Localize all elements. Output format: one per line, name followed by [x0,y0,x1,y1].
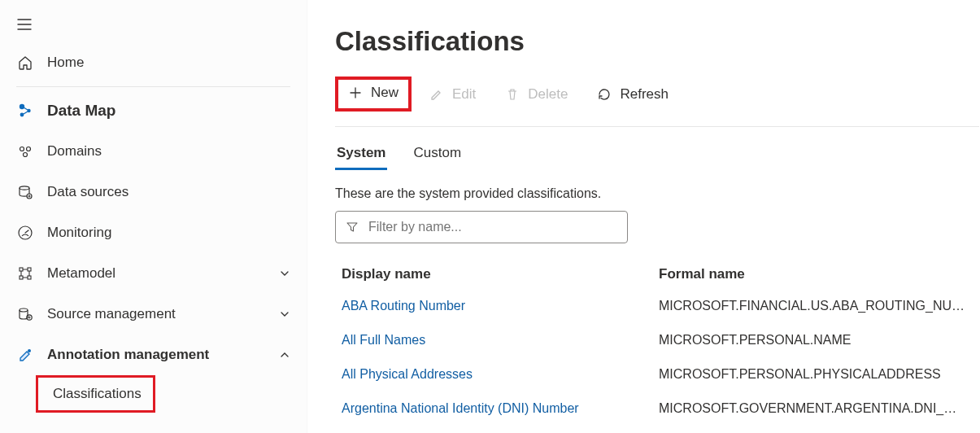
filter-icon [346,221,359,234]
svg-point-0 [20,104,24,109]
row-display-link[interactable]: ABA Routing Number [335,299,659,313]
tabs: System Custom [335,138,980,170]
plus-icon [348,85,363,100]
table-row: ABA Routing Number MICROSOFT.FINANCIAL.U… [335,289,980,323]
row-formal: MICROSOFT.GOVERNMENT.ARGENTINA.DNI_… [659,401,980,416]
highlight-new: New [335,77,412,112]
annotation-icon [16,346,34,364]
toolbar: New Edit Delete Refresh [335,77,979,127]
sourcemgmt-label: Source management [47,306,279,322]
filter-input-wrap[interactable] [335,211,628,243]
delete-icon [505,87,520,102]
new-button[interactable]: New [348,85,399,101]
chevron-down-icon [279,268,290,279]
svg-point-6 [20,186,29,190]
domains-icon [16,142,34,160]
svg-point-4 [27,147,31,151]
highlight-classifications: Classifications [36,375,155,413]
row-formal: MICROSOFT.PERSONAL.PHYSICALADDRESS [659,367,980,382]
sidebar-item-sourcemgmt[interactable]: Source management [0,294,307,335]
svg-point-13 [20,308,28,312]
svg-rect-11 [20,276,23,279]
svg-rect-9 [20,268,23,271]
row-formal: MICROSOFT.PERSONAL.NAME [659,333,980,348]
svg-point-3 [20,147,24,151]
filter-input[interactable] [368,220,617,234]
sidebar-item-domains[interactable]: Domains [0,131,307,172]
edit-label: Edit [452,86,476,103]
datamap-icon [16,102,34,120]
sidebar-section-datamap[interactable]: Data Map [0,90,307,131]
page-title: Classifications [335,26,980,57]
svg-rect-12 [28,276,31,279]
table-row: Argentina National Identity (DNI) Number… [335,391,980,426]
refresh-icon [597,87,612,102]
tab-system[interactable]: System [335,138,387,170]
refresh-button[interactable]: Refresh [586,80,680,109]
delete-button: Delete [494,80,579,109]
row-display-link[interactable]: All Physical Addresses [335,367,659,382]
row-display-link[interactable]: All Full Names [335,333,659,348]
datasources-label: Data sources [47,184,290,200]
row-formal: MICROSOFT.FINANCIAL.US.ABA_ROUTING_NU… [659,299,980,313]
metamodel-label: Metamodel [47,265,279,282]
delete-label: Delete [528,86,568,103]
domains-label: Domains [47,143,290,160]
sidebar-subitem-classifications[interactable]: Classifications [0,375,307,413]
monitoring-label: Monitoring [47,225,290,241]
sidebar-item-datasources[interactable]: Data sources [0,172,307,212]
row-display-link[interactable]: Argentina National Identity (DNI) Number [335,401,659,416]
sidebar: Home Data Map Domains Data sources [0,0,307,433]
svg-rect-10 [28,268,31,271]
sidebar-item-monitoring[interactable]: Monitoring [0,212,307,253]
sidebar-item-annotationmgmt[interactable]: Annotation management [0,335,307,375]
svg-point-15 [28,349,31,352]
col-formal[interactable]: Formal name [659,266,980,282]
helper-text: These are the system provided classifica… [335,186,980,201]
home-icon [16,54,34,72]
table-row: All Physical Addresses MICROSOFT.PERSONA… [335,357,980,391]
chevron-up-icon [279,349,290,361]
home-label: Home [47,55,290,71]
main-content: Classifications New Edit Delete [307,0,980,433]
sidebar-item-metamodel[interactable]: Metamodel [0,253,307,294]
classifications-label: Classifications [46,386,142,402]
refresh-label: Refresh [620,86,669,103]
sidebar-item-home[interactable]: Home [0,42,307,83]
new-label: New [371,85,399,101]
table-header: Display name Formal name [335,260,980,289]
edit-icon [429,87,444,102]
datamap-label: Data Map [47,102,290,120]
datasources-icon [16,183,34,201]
edit-button: Edit [418,80,487,109]
sidebar-divider [16,86,290,87]
monitoring-icon [16,224,34,242]
sourcemgmt-icon [16,305,34,323]
svg-point-5 [24,153,28,157]
table-row: All Full Names MICROSOFT.PERSONAL.NAME [335,323,980,357]
tab-custom[interactable]: Custom [412,138,463,170]
menu-icon[interactable] [16,16,33,36]
col-display[interactable]: Display name [335,266,659,282]
chevron-down-icon [279,308,290,320]
annotation-label: Annotation management [47,347,279,363]
metamodel-icon [16,265,34,282]
svg-point-2 [20,113,24,117]
